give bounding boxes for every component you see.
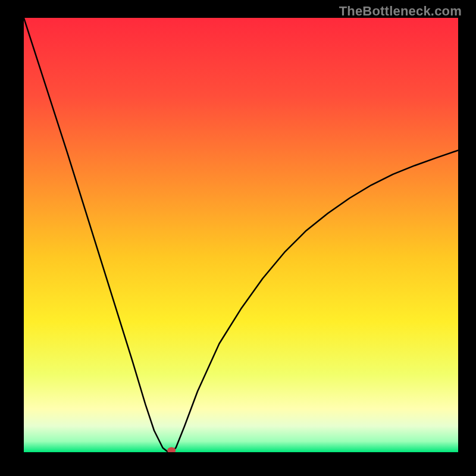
chart-svg	[24, 18, 458, 452]
chart-frame: TheBottleneck.com	[0, 0, 476, 476]
watermark-text: TheBottleneck.com	[339, 4, 462, 19]
plot-background	[24, 18, 458, 452]
chart-area	[24, 18, 458, 452]
